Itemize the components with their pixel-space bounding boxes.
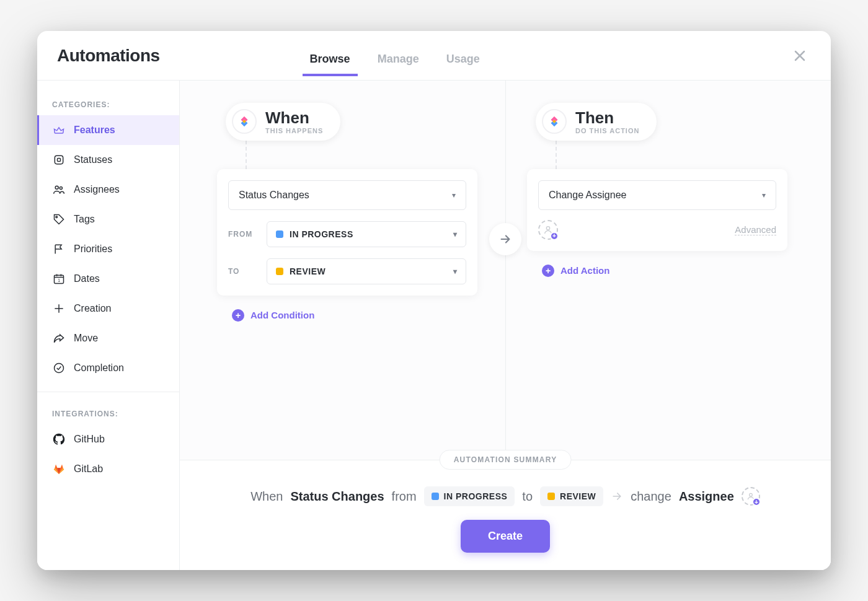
check-circle-icon [53, 362, 65, 374]
sidebar-item-tags[interactable]: Tags [37, 204, 179, 234]
sidebar-item-priorities[interactable]: Priorities [37, 234, 179, 264]
assignee-row: + Advanced [538, 220, 776, 240]
sidebar-item-label: Assignees [74, 184, 120, 195]
chevron-down-icon: ▾ [453, 230, 458, 239]
summary-from-status: IN PROGRESS [444, 491, 508, 501]
sidebar-item-statuses[interactable]: Statuses [37, 145, 179, 175]
mini-plus-icon: + [752, 498, 761, 506]
automation-builder: When THIS HAPPENS Status Changes ▾ FROM [180, 81, 831, 460]
from-status-select[interactable]: IN PROGRESS ▾ [267, 221, 466, 247]
summary-to-word: to [522, 489, 533, 504]
to-status-select[interactable]: REVIEW ▾ [267, 258, 466, 284]
tab-manage[interactable]: Manage [376, 35, 420, 76]
svg-point-9 [749, 493, 752, 496]
page-title: Automations [57, 46, 160, 66]
to-label: TO [228, 267, 258, 276]
then-pill: Then DO THIS ACTION [536, 103, 657, 141]
clickup-logo-icon [542, 109, 567, 134]
svg-point-4 [56, 216, 58, 218]
status-color-review [276, 268, 283, 275]
summary-change-word: change [631, 489, 671, 504]
add-condition-button[interactable]: + Add Condition [232, 309, 496, 322]
trigger-select-value: Status Changes [239, 190, 309, 201]
connector-line [556, 141, 557, 169]
sidebar-item-label: GitHub [74, 434, 105, 445]
status-color-review [547, 493, 555, 500]
vertical-divider [505, 81, 506, 460]
when-subtitle: THIS HAPPENS [265, 127, 323, 134]
summary-assignee-placeholder[interactable]: + [742, 487, 760, 506]
trigger-card: Status Changes ▾ FROM IN PROGRESS ▾ [217, 169, 477, 296]
sidebar-item-creation[interactable]: Creation [37, 294, 179, 323]
summary-badge: AUTOMATION SUMMARY [440, 450, 572, 470]
automations-modal: Automations Browse Manage Usage CATEGORI… [37, 31, 831, 570]
to-status-value: REVIEW [290, 266, 326, 276]
sidebar-item-label: Statuses [74, 154, 112, 165]
tab-browse[interactable]: Browse [309, 35, 352, 76]
plus-icon [53, 302, 65, 315]
svg-point-8 [546, 226, 549, 229]
summary-line: When Status Changes from IN PROGRESS to … [205, 486, 806, 506]
close-icon[interactable] [789, 45, 811, 67]
summary-to-status: REVIEW [560, 491, 596, 501]
create-button[interactable]: Create [461, 520, 550, 553]
sidebar-item-dates[interactable]: 1 Dates [37, 264, 179, 294]
plus-circle-icon: + [542, 265, 554, 277]
action-select-value: Change Assignee [549, 190, 626, 201]
modal-body: CATEGORIES: Features Statuses Assignees [37, 81, 831, 570]
clickup-logo-icon [232, 109, 257, 134]
share-arrow-icon [53, 332, 65, 344]
summary-to-chip: REVIEW [540, 486, 603, 506]
add-assignee-button[interactable]: + [538, 220, 558, 240]
sidebar-item-label: Move [74, 333, 98, 344]
summary-trigger: Status Changes [290, 489, 384, 504]
svg-point-3 [60, 186, 62, 189]
connector-line [246, 141, 247, 169]
summary-target: Assignee [679, 489, 734, 504]
trigger-select[interactable]: Status Changes ▾ [228, 180, 466, 210]
main-area: When THIS HAPPENS Status Changes ▾ FROM [180, 81, 831, 570]
sidebar-item-completion[interactable]: Completion [37, 353, 179, 383]
action-card: Change Assignee ▾ + Advanced [527, 169, 787, 251]
status-color-in-progress [432, 493, 439, 500]
flow-arrow-icon [489, 223, 521, 255]
tab-usage[interactable]: Usage [445, 35, 481, 76]
sidebar-item-features[interactable]: Features [37, 115, 179, 145]
arrow-right-icon [611, 490, 623, 502]
sidebar-item-label: GitLab [74, 463, 103, 475]
sidebar-item-label: Priorities [74, 243, 112, 255]
from-label: FROM [228, 230, 258, 239]
summary-from-word: from [392, 489, 417, 504]
automation-summary: AUTOMATION SUMMARY When Status Changes f… [180, 460, 831, 570]
svg-text:1: 1 [58, 278, 60, 283]
categories-heading: CATEGORIES: [37, 92, 179, 115]
when-pill: When THIS HAPPENS [226, 103, 340, 141]
gitlab-icon [53, 463, 65, 475]
add-condition-label: Add Condition [250, 310, 314, 320]
when-column: When THIS HAPPENS Status Changes ▾ FROM [217, 103, 496, 460]
svg-rect-0 [55, 156, 63, 164]
when-title: When [265, 109, 323, 127]
chevron-down-icon: ▾ [453, 267, 458, 276]
integrations-heading: INTEGRATIONS: [37, 401, 179, 424]
github-icon [53, 433, 65, 445]
then-column: Then DO THIS ACTION Change Assignee ▾ [527, 103, 806, 460]
sidebar-item-move[interactable]: Move [37, 323, 179, 353]
sidebar-item-assignees[interactable]: Assignees [37, 175, 179, 204]
sidebar: CATEGORIES: Features Statuses Assignees [37, 81, 180, 570]
action-select[interactable]: Change Assignee ▾ [538, 180, 776, 210]
svg-point-7 [55, 364, 64, 373]
chevron-down-icon: ▾ [452, 191, 456, 200]
people-icon [53, 183, 65, 196]
summary-when-word: When [250, 489, 283, 504]
flag-icon [53, 243, 65, 255]
add-action-label: Add Action [560, 265, 609, 276]
advanced-link[interactable]: Advanced [735, 224, 776, 235]
sidebar-item-gitlab[interactable]: GitLab [37, 454, 179, 484]
calendar-icon: 1 [53, 273, 65, 285]
then-title: Then [575, 109, 639, 127]
from-row: FROM IN PROGRESS ▾ [228, 221, 466, 247]
add-action-button[interactable]: + Add Action [542, 265, 806, 277]
to-row: TO REVIEW ▾ [228, 258, 466, 284]
sidebar-item-github[interactable]: GitHub [37, 424, 179, 454]
